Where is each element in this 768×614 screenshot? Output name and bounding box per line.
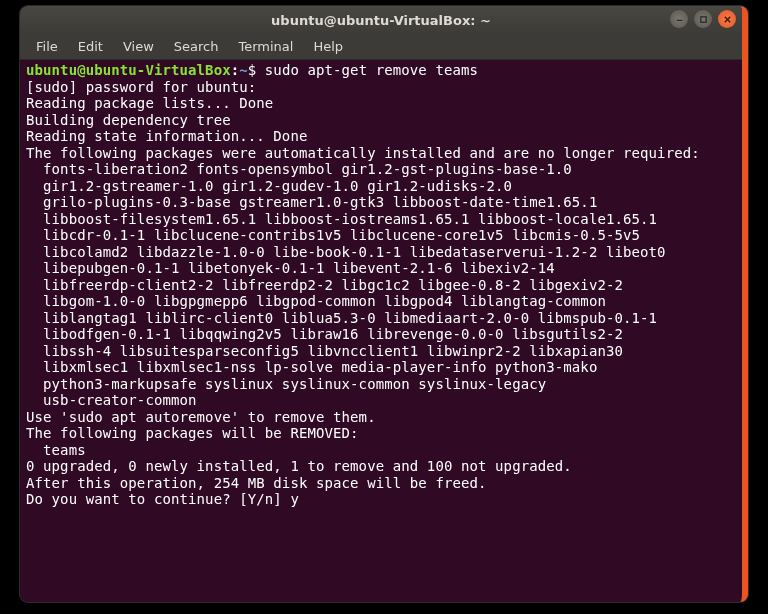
output-line: Reading state information... Done: [26, 128, 307, 144]
prompt-userhost: ubuntu@ubuntu-VirtualBox: [26, 62, 231, 78]
menu-help[interactable]: Help: [305, 36, 351, 57]
output-line: fonts-liberation2 fonts-opensymbol gir1.…: [26, 161, 572, 177]
terminal-body[interactable]: ubuntu@ubuntu-VirtualBox:~$ sudo apt-get…: [20, 60, 742, 514]
prompt-colon: :: [231, 62, 240, 78]
menu-view[interactable]: View: [115, 36, 162, 57]
minimize-icon: [675, 15, 684, 24]
output-line: The following packages will be REMOVED:: [26, 425, 359, 441]
output-line: libfreerdp-client2-2 libfreerdp2-2 libgc…: [26, 277, 623, 293]
prompt-path: ~: [239, 62, 248, 78]
output-line: grilo-plugins-0.3-base gstreamer1.0-gtk3…: [26, 194, 597, 210]
output-line: python3-markupsafe syslinux syslinux-com…: [26, 376, 546, 392]
close-button[interactable]: [718, 10, 736, 28]
output-line: [sudo] password for ubuntu:: [26, 79, 256, 95]
output-line: libepubgen-0.1-1 libetonyek-0.1-1 libeve…: [26, 260, 555, 276]
output-line: libcolamd2 libdazzle-1.0-0 libe-book-0.1…: [26, 244, 666, 260]
menu-terminal[interactable]: Terminal: [230, 36, 301, 57]
maximize-icon: [699, 15, 708, 24]
output-line: libcdr-0.1-1 libclucene-contribs1v5 libc…: [26, 227, 640, 243]
command-text: sudo apt-get remove teams: [265, 62, 478, 78]
output-line: libboost-filesystem1.65.1 libboost-iostr…: [26, 211, 657, 227]
terminal-window: ubuntu@ubuntu-VirtualBox: ~ File Edit Vi…: [20, 6, 748, 602]
output-line: gir1.2-gstreamer-1.0 gir1.2-gudev-1.0 gi…: [26, 178, 512, 194]
output-line: usb-creator-common: [26, 392, 197, 408]
output-line: liblangtag1 liblirc-client0 liblua5.3-0 …: [26, 310, 657, 326]
output-line: libxmlsec1 libxmlsec1-nss lp-solve media…: [26, 359, 597, 375]
output-line: Use 'sudo apt autoremove' to remove them…: [26, 409, 376, 425]
prompt-sigil: $: [248, 62, 257, 78]
window-title: ubuntu@ubuntu-VirtualBox: ~: [271, 13, 491, 28]
close-icon: [723, 15, 732, 24]
output-line: The following packages were automaticall…: [26, 145, 700, 161]
output-line: 0 upgraded, 0 newly installed, 1 to remo…: [26, 458, 572, 474]
output-line: libgom-1.0-0 libgpgmepp6 libgpod-common …: [26, 293, 606, 309]
menu-file[interactable]: File: [28, 36, 66, 57]
menu-edit[interactable]: Edit: [70, 36, 111, 57]
output-line: libodfgen-0.1-1 libqqwing2v5 libraw16 li…: [26, 326, 623, 342]
output-line: Do you want to continue? [Y/n] y: [26, 491, 299, 507]
output-line: After this operation, 254 MB disk space …: [26, 475, 487, 491]
window-controls: [670, 10, 736, 28]
output-line: Reading package lists... Done: [26, 95, 273, 111]
svg-rect-1: [700, 16, 705, 21]
output-line: libssh-4 libsuitesparseconfig5 libvnccli…: [26, 343, 623, 359]
output-line: teams: [26, 442, 86, 458]
maximize-button[interactable]: [694, 10, 712, 28]
menubar: File Edit View Search Terminal Help: [20, 34, 742, 60]
minimize-button[interactable]: [670, 10, 688, 28]
menu-search[interactable]: Search: [166, 36, 227, 57]
output-line: Building dependency tree: [26, 112, 231, 128]
titlebar: ubuntu@ubuntu-VirtualBox: ~: [20, 6, 742, 34]
